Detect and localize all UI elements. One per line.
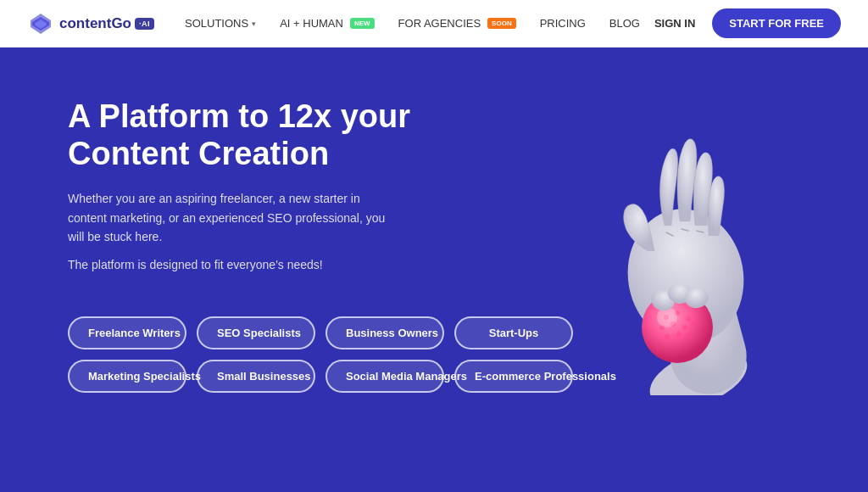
soon-badge: SOON	[487, 18, 516, 29]
svg-point-16	[692, 321, 697, 326]
new-badge: NEW	[350, 18, 375, 29]
hero-description-2: The platform is designed to fit everyone…	[68, 255, 390, 274]
hero-title: A Platform to 12x your Content Creation	[68, 98, 492, 172]
nav-ai-human[interactable]: AI + HUMAN NEW	[280, 17, 374, 30]
logo-text: contentGo·AI	[59, 15, 154, 32]
hero-illustration	[529, 73, 817, 395]
hero-description-1: Whether you are an aspiring freelancer, …	[68, 189, 390, 246]
svg-point-12	[686, 316, 691, 321]
nav-right: SIGN IN START FOR FREE	[654, 8, 841, 38]
hero-section: A Platform to 12x your Content Creation …	[0, 48, 868, 492]
pills-row-1: Freelance Writers SEO Specialists Busine…	[68, 316, 492, 349]
pill-business-owners[interactable]: Business Owners	[326, 316, 444, 349]
chevron-down-icon: ▾	[252, 20, 256, 28]
logo[interactable]: contentGo·AI	[27, 10, 154, 37]
start-for-free-button[interactable]: START FOR FREE	[712, 8, 841, 38]
svg-point-19	[687, 333, 693, 338]
pill-small-businesses[interactable]: Small Businesses	[197, 360, 315, 393]
pill-seo-specialists[interactable]: SEO Specialists	[197, 316, 315, 349]
pills-row-2: Marketing Specialists Small Businesses S…	[68, 360, 492, 393]
logo-icon	[27, 10, 54, 37]
nav-for-agencies[interactable]: FOR AGENCIES SOON	[398, 17, 516, 30]
nav-solutions[interactable]: SOLUTIONS ▾	[185, 17, 256, 30]
nav-blog[interactable]: BLOG	[609, 17, 640, 30]
pill-ecommerce-professionals[interactable]: E-commerce Professionals	[454, 360, 573, 393]
pill-marketing-specialists[interactable]: Marketing Specialists	[68, 360, 186, 393]
pill-social-media-managers[interactable]: Social Media Managers	[326, 360, 444, 393]
nav-pricing[interactable]: PRICING	[540, 17, 586, 30]
pill-start-ups[interactable]: Start-Ups	[454, 316, 573, 349]
svg-point-15	[682, 325, 687, 330]
hand-svg	[529, 73, 817, 395]
sign-in-button[interactable]: SIGN IN	[654, 17, 695, 30]
hero-content: A Platform to 12x your Content Creation …	[68, 98, 492, 393]
pill-freelance-writers[interactable]: Freelance Writers	[68, 316, 186, 349]
nav-links: SOLUTIONS ▾ AI + HUMAN NEW FOR AGENCIES …	[185, 17, 654, 30]
svg-point-17	[665, 334, 670, 339]
svg-point-18	[676, 332, 682, 337]
pills-container: Freelance Writers SEO Specialists Busine…	[68, 316, 492, 393]
navbar: contentGo·AI SOLUTIONS ▾ AI + HUMAN NEW …	[0, 0, 868, 48]
